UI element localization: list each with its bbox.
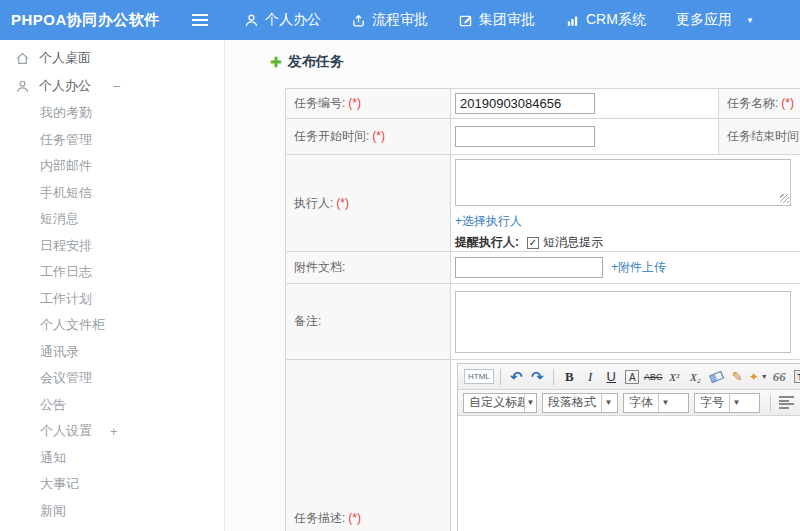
caret-down-icon: ▼ bbox=[658, 394, 672, 412]
remind-executor-label: 提醒执行人: bbox=[455, 234, 519, 251]
plus-icon: ✚ bbox=[270, 54, 282, 70]
strikethrough-button[interactable]: ABC bbox=[644, 367, 663, 387]
end-time-label: 任务结束时间:(*) bbox=[719, 119, 800, 155]
executor-textarea[interactable] bbox=[455, 159, 791, 206]
task-form: 任务编号:(*) 任务名称:(*) 任务开始时间:(*) 任务结束时间:(*) … bbox=[285, 88, 800, 531]
task-name-label: 任务名称:(*) bbox=[719, 89, 800, 119]
task-number-input[interactable] bbox=[455, 93, 595, 114]
process-icon bbox=[351, 13, 366, 28]
chart-icon bbox=[565, 13, 580, 28]
nav-item-process-approval[interactable]: 流程审批 bbox=[351, 11, 428, 29]
caret-down-icon: ▼ bbox=[601, 394, 615, 412]
sidebar-item[interactable]: 个人文件柜 bbox=[0, 312, 224, 339]
start-time-input[interactable] bbox=[455, 126, 595, 147]
app-logo: PHPOA协同办公软件 bbox=[0, 11, 178, 30]
sidebar-item[interactable]: 个人设置+ bbox=[0, 418, 224, 445]
expand-toggle-icon[interactable]: + bbox=[110, 424, 118, 439]
editor-content-area[interactable] bbox=[458, 416, 800, 531]
attachment-upload-link[interactable]: +附件上传 bbox=[611, 259, 666, 276]
task-number-label: 任务编号:(*) bbox=[286, 89, 451, 119]
font-family-dropdown[interactable]: 字体▼ bbox=[623, 393, 689, 413]
sidebar-item[interactable]: 公告 bbox=[0, 392, 224, 419]
superscript-button[interactable]: X² bbox=[665, 367, 684, 387]
sidebar-item[interactable]: 内部邮件 bbox=[0, 153, 224, 180]
eraser-icon[interactable] bbox=[707, 367, 726, 387]
main-content: ✚ 发布任务 任务编号:(*) 任务名称:(*) 任务开始时间:(*) 任务结束… bbox=[226, 40, 800, 531]
description-label: 任务描述:(*) bbox=[286, 360, 451, 531]
app-header: PHPOA协同办公软件 个人办公 流程审批 集团审批 CRM系统 更多应用 ▼ bbox=[0, 0, 800, 40]
attachment-label: 附件文档: bbox=[286, 252, 451, 284]
sidebar-item-personal-office[interactable]: 个人办公 − bbox=[0, 72, 224, 100]
sidebar-item[interactable]: 手机短信 bbox=[0, 180, 224, 207]
sidebar-item[interactable]: 大事记 bbox=[0, 471, 224, 498]
sidebar-item-personal-desktop[interactable]: 个人桌面 bbox=[0, 44, 224, 72]
sms-option-label: 短消息提示 bbox=[543, 234, 603, 251]
paragraph-format-dropdown[interactable]: 段落格式▼ bbox=[542, 393, 618, 413]
remark-label: 备注: bbox=[286, 284, 451, 360]
top-nav: 个人办公 流程审批 集团审批 CRM系统 更多应用 ▼ bbox=[244, 11, 784, 29]
caret-down-icon: ▼ bbox=[746, 16, 754, 25]
subscript-button[interactable]: X₂ bbox=[686, 367, 705, 387]
executor-label: 执行人:(*) bbox=[286, 155, 451, 252]
sidebar-item[interactable]: 工作计划 bbox=[0, 286, 224, 313]
attachment-input[interactable] bbox=[455, 257, 603, 278]
hamburger-menu-icon[interactable] bbox=[192, 14, 208, 26]
sms-checkbox[interactable]: ✓ bbox=[527, 237, 539, 249]
sidebar-item[interactable]: 通讯录 bbox=[0, 339, 224, 366]
nav-item-personal-office[interactable]: 个人办公 bbox=[244, 11, 321, 29]
redo-icon[interactable]: ↷ bbox=[528, 367, 547, 387]
user-icon bbox=[15, 79, 30, 94]
font-border-button[interactable]: A bbox=[623, 367, 642, 387]
remark-textarea[interactable] bbox=[455, 291, 791, 353]
sidebar-submenu: 我的考勤任务管理内部邮件手机短信短消息日程安排工作日志工作计划个人文件柜通讯录会… bbox=[0, 100, 224, 524]
autotypeset-wand-icon[interactable]: ✦▼ bbox=[749, 367, 768, 387]
italic-button[interactable]: I bbox=[581, 367, 600, 387]
user-icon bbox=[244, 13, 259, 28]
edit-icon bbox=[458, 13, 473, 28]
nav-item-group-approval[interactable]: 集团审批 bbox=[458, 11, 535, 29]
sidebar-item[interactable]: 任务管理 bbox=[0, 127, 224, 154]
custom-title-dropdown[interactable]: 自定义标题▼ bbox=[463, 393, 537, 413]
sidebar-item[interactable]: 通知 bbox=[0, 445, 224, 472]
sidebar-item[interactable]: 日程安排 bbox=[0, 233, 224, 260]
sidebar-item[interactable]: 工作日志 bbox=[0, 259, 224, 286]
caret-down-icon: ▼ bbox=[729, 394, 743, 412]
collapse-toggle-icon[interactable]: − bbox=[113, 79, 121, 94]
rich-text-editor: HTML ↶ ↷ B I U A ABC X² bbox=[457, 363, 800, 531]
sidebar-item[interactable]: 我的考勤 bbox=[0, 100, 224, 127]
resize-grip-icon[interactable] bbox=[780, 194, 789, 203]
html-source-button[interactable]: HTML bbox=[464, 369, 494, 384]
nav-item-more-apps[interactable]: 更多应用 ▼ bbox=[676, 11, 754, 29]
sidebar-item[interactable]: 新闻 bbox=[0, 498, 224, 525]
underline-button[interactable]: U bbox=[602, 367, 621, 387]
format-brush-icon[interactable]: ✎ bbox=[728, 367, 747, 387]
caret-down-icon: ▼ bbox=[524, 394, 536, 412]
page-title: ✚ 发布任务 bbox=[270, 53, 344, 71]
select-executor-link[interactable]: +选择执行人 bbox=[455, 214, 522, 228]
caret-down-icon: ▼ bbox=[761, 373, 768, 380]
undo-icon[interactable]: ↶ bbox=[507, 367, 526, 387]
start-time-label: 任务开始时间:(*) bbox=[286, 119, 451, 155]
editor-toolbar-row1: HTML ↶ ↷ B I U A ABC X² bbox=[458, 364, 800, 390]
home-icon bbox=[15, 51, 30, 66]
sidebar-item[interactable]: 会议管理 bbox=[0, 365, 224, 392]
app-window: PHPOA协同办公软件 个人办公 流程审批 集团审批 CRM系统 更多应用 ▼ bbox=[0, 0, 800, 531]
blockquote-button[interactable]: 66 bbox=[770, 367, 789, 387]
sidebar-item[interactable]: 短消息 bbox=[0, 206, 224, 233]
paste-text-icon[interactable]: T bbox=[791, 367, 800, 387]
sidebar: 个人桌面 个人办公 − 我的考勤任务管理内部邮件手机短信短消息日程安排工作日志工… bbox=[0, 40, 225, 531]
nav-item-crm[interactable]: CRM系统 bbox=[565, 11, 646, 29]
align-left-icon[interactable] bbox=[779, 396, 794, 409]
font-size-dropdown[interactable]: 字号▼ bbox=[694, 393, 760, 413]
editor-toolbar-row2: 自定义标题▼ 段落格式▼ 字体▼ 字号▼ bbox=[458, 390, 800, 416]
bold-button[interactable]: B bbox=[560, 367, 579, 387]
